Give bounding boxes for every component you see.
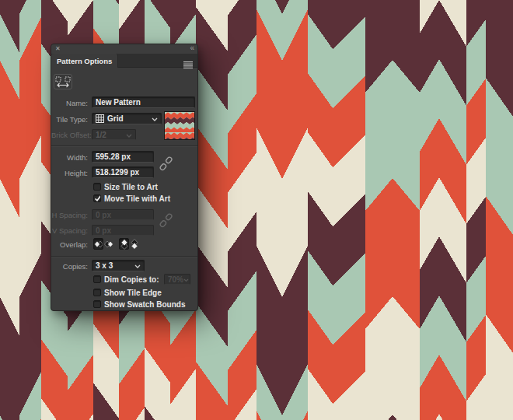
show-tile-edge-label: Show Tile Edge — [104, 289, 162, 297]
pattern-options-panel: ✕ « Pattern Options — [51, 44, 198, 311]
panel-body: Name: New Pattern Tile Type: Grid — [51, 68, 197, 311]
right-in-front-icon — [104, 240, 113, 248]
tab-pattern-options[interactable]: Pattern Options — [51, 54, 118, 68]
unlink-spacing-icon — [159, 212, 173, 233]
name-label: Name: — [51, 99, 88, 107]
show-swatch-bounds-checkbox[interactable] — [93, 300, 101, 308]
unlink-dimensions-icon[interactable] — [159, 155, 173, 176]
chevron-down-icon — [183, 275, 189, 284]
check-icon — [94, 194, 100, 202]
chevron-down-icon — [152, 114, 158, 123]
bottom-in-front-icon — [131, 239, 138, 250]
show-tile-edge-checkbox[interactable] — [93, 289, 101, 296]
chevron-down-icon — [134, 261, 141, 270]
pattern-tile-tool-button[interactable] — [54, 74, 72, 89]
size-tile-to-art-checkbox[interactable] — [93, 183, 101, 191]
panel-titlebar: ✕ « — [51, 44, 197, 54]
brick-offset-label: Brick Offset: — [51, 131, 88, 139]
divider — [51, 256, 197, 257]
dim-copies-dropdown: 70% — [164, 274, 190, 285]
overlap-top-in-front-button[interactable] — [119, 238, 129, 250]
panel-title: Pattern Options — [57, 57, 112, 65]
overlap-right-in-front-button[interactable] — [103, 238, 113, 250]
chevron-down-icon — [126, 131, 132, 139]
divider — [51, 145, 197, 146]
width-input[interactable]: 595.28 px — [92, 151, 154, 163]
brick-offset-dropdown: 1/2 — [92, 129, 136, 140]
dim-copies-checkbox[interactable] — [93, 275, 101, 283]
height-label: Height: — [51, 169, 88, 177]
pattern-tile-tool-icon — [55, 76, 71, 88]
close-icon[interactable]: ✕ — [55, 45, 61, 53]
panel-tab-row: Pattern Options — [51, 54, 197, 68]
show-swatch-bounds-label: Show Swatch Bounds — [104, 300, 185, 309]
tile-type-dropdown[interactable]: Grid — [92, 113, 162, 124]
size-tile-to-art-label: Size Tile to Art — [104, 183, 158, 191]
collapse-panel-icon[interactable]: « — [190, 44, 194, 53]
pattern-swatch-preview — [164, 111, 195, 140]
h-spacing-input: 0 px — [92, 209, 154, 220]
tile-type-label: Tile Type: — [51, 115, 88, 124]
height-input[interactable]: 518.1299 px — [92, 166, 154, 178]
overlap-left-in-front-button[interactable] — [93, 238, 103, 250]
v-spacing-input: 0 px — [92, 225, 154, 236]
copies-label: Copies: — [51, 262, 88, 271]
overlap-label: Overlap: — [51, 240, 88, 249]
dim-copies-label: Dim Copies to: — [104, 275, 159, 284]
name-input[interactable]: New Pattern — [92, 96, 195, 108]
top-in-front-icon — [120, 239, 128, 250]
move-tile-with-art-checkbox[interactable] — [93, 194, 101, 202]
overlap-bottom-in-front-button[interactable] — [129, 238, 139, 250]
h-spacing-label: H Spacing: — [51, 211, 88, 219]
left-in-front-icon — [94, 240, 103, 248]
grid-icon — [96, 114, 104, 123]
copies-dropdown[interactable]: 3 x 3 — [92, 260, 145, 271]
move-tile-with-art-label: Move Tile with Art — [104, 194, 170, 203]
v-spacing-label: V Spacing: — [51, 226, 88, 235]
width-label: Width: — [51, 153, 88, 162]
